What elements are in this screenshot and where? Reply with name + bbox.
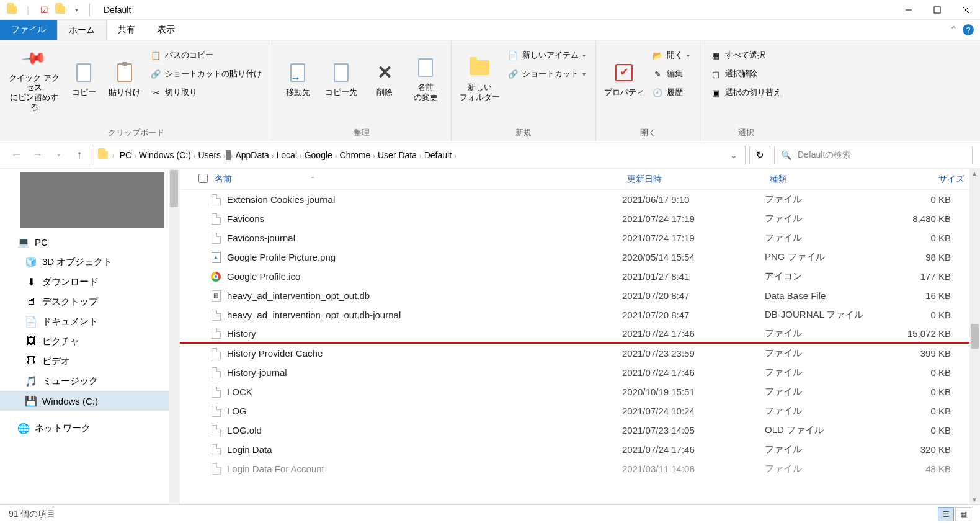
new-folder-qat-icon[interactable] xyxy=(53,3,67,17)
file-row[interactable]: Favicons2021/07/24 17:19ファイル8,480 KB xyxy=(180,209,969,228)
file-name: Login Data For Account xyxy=(227,463,622,474)
tab-file[interactable]: ファイル xyxy=(0,20,57,40)
refresh-button[interactable]: ↻ xyxy=(749,146,770,164)
file-row[interactable]: LOG2021/07/24 10:24ファイル0 KB xyxy=(180,401,969,421)
file-row[interactable]: History Provider Cache2021/07/23 23:59ファ… xyxy=(180,344,969,363)
new-folder-button[interactable]: 新しい フォルダー xyxy=(458,43,501,115)
breadcrumb-2[interactable]: Users xyxy=(195,150,223,160)
chevron-right-icon[interactable]: › xyxy=(112,151,115,159)
breadcrumb-4[interactable]: AppData xyxy=(233,150,271,160)
file-row[interactable]: History-journal2021/07/24 17:46ファイル0 KB xyxy=(180,363,969,382)
file-row[interactable]: Extension Cookies-journal2021/06/17 9:10… xyxy=(180,190,969,209)
move-to-button[interactable]: →移動先 xyxy=(278,43,317,115)
file-row[interactable]: LOCK2020/10/19 15:51ファイル0 KB xyxy=(180,382,969,401)
recent-dropdown[interactable]: ▾ xyxy=(50,146,67,164)
file-size: 399 KB xyxy=(883,348,969,359)
file-icon xyxy=(210,327,222,339)
column-type[interactable]: 種類 xyxy=(765,174,883,185)
search-input[interactable]: 🔍 Defaultの検索 xyxy=(774,146,973,164)
address-dropdown[interactable]: ⌄ xyxy=(726,150,741,160)
invert-selection-button[interactable]: ▣選択の切り替え xyxy=(706,84,785,101)
column-name[interactable]: 名前⌃ xyxy=(210,174,622,185)
breadcrumb-3[interactable] xyxy=(226,150,231,160)
breadcrumb-1[interactable]: Windows (C:) xyxy=(136,150,194,160)
sidebar-item-cube[interactable]: 🧊3D オブジェクト xyxy=(0,252,179,272)
properties-button[interactable]: ✔プロパティ xyxy=(602,43,646,115)
content-scrollbar[interactable] xyxy=(969,169,980,504)
paste-button[interactable]: 貼り付け xyxy=(105,43,144,115)
properties-qat-icon[interactable]: ☑ xyxy=(37,3,51,17)
file-row[interactable]: Login Data2021/07/24 17:46ファイル320 KB xyxy=(180,440,969,459)
path-icon: 📋 xyxy=(150,50,161,61)
breadcrumb-6[interactable]: Google xyxy=(302,150,335,160)
ribbon-collapse-icon[interactable]: ⌃ xyxy=(950,24,958,35)
tab-home[interactable]: ホーム xyxy=(57,20,107,40)
tab-view[interactable]: 表示 xyxy=(146,20,186,40)
sidebar-item-document[interactable]: 📄ドキュメント xyxy=(0,311,179,331)
forward-button[interactable]: → xyxy=(29,146,46,164)
copy-path-button[interactable]: 📋パスのコピー xyxy=(146,47,265,64)
file-row[interactable]: Login Data For Account2021/03/11 14:08ファ… xyxy=(180,459,969,478)
chevron-right-icon[interactable]: › xyxy=(454,152,457,159)
edit-button[interactable]: ✎編集 xyxy=(648,65,693,83)
open-button[interactable]: 📂開く ▾ xyxy=(648,47,693,64)
file-row[interactable]: Favicons-journal2021/07/24 17:19ファイル0 KB xyxy=(180,228,969,248)
sidebar-pc[interactable]: 💻PC xyxy=(0,232,179,252)
tab-share[interactable]: 共有 xyxy=(107,20,146,40)
qat-dropdown-icon[interactable]: ▾ xyxy=(69,3,83,17)
sidebar-network[interactable]: 🌐ネットワーク xyxy=(0,418,179,438)
address-bar[interactable]: › PC›Windows (C:)›Users››AppData›Local›G… xyxy=(92,146,746,164)
file-row[interactable]: ▲Google Profile Picture.png2020/05/14 15… xyxy=(180,248,969,267)
minimize-button[interactable] xyxy=(894,0,923,20)
paste-shortcut-button[interactable]: 🔗ショートカットの貼り付け xyxy=(146,65,265,83)
sidebar-item-download[interactable]: ⬇ダウンロード xyxy=(0,272,179,292)
sidebar-item-picture[interactable]: 🖼ピクチャ xyxy=(0,331,179,351)
sidebar-scrollbar[interactable] xyxy=(169,169,179,504)
back-button[interactable]: ← xyxy=(7,146,25,164)
breadcrumb-9[interactable]: Default xyxy=(422,150,454,160)
breadcrumb-8[interactable]: User Data xyxy=(375,150,419,160)
sidebar-item-video[interactable]: 🎞ビデオ xyxy=(0,351,179,371)
chevron-right-icon[interactable]: › xyxy=(335,152,337,159)
column-date[interactable]: 更新日時 xyxy=(622,174,765,185)
file-row[interactable]: ⊞heavy_ad_intervention_opt_out.db2021/07… xyxy=(180,286,969,305)
copy-button[interactable]: コピー xyxy=(65,43,103,115)
file-row[interactable]: Google Profile.ico2021/01/27 8:41アイコン177… xyxy=(180,267,969,286)
sidebar-item-drive[interactable]: 💾Windows (C:) xyxy=(0,391,179,411)
shortcut-button[interactable]: 🔗ショートカット ▾ xyxy=(504,65,589,83)
select-all-checkbox[interactable] xyxy=(198,174,208,183)
file-date: 2021/03/11 14:08 xyxy=(622,463,765,474)
view-icons-button[interactable]: ▦ xyxy=(955,507,971,521)
breadcrumb-5[interactable]: Local xyxy=(274,150,300,160)
delete-button[interactable]: ✕削除 xyxy=(365,43,404,115)
history-button[interactable]: 🕘履歴 xyxy=(648,84,693,101)
file-row[interactable]: heavy_ad_intervention_opt_out.db-journal… xyxy=(180,305,969,324)
file-name: LOCK xyxy=(227,387,622,397)
chevron-right-icon[interactable]: › xyxy=(272,152,274,159)
file-date: 2021/07/23 14:05 xyxy=(622,425,765,436)
maximize-button[interactable] xyxy=(923,0,951,20)
help-icon[interactable]: ? xyxy=(963,24,974,35)
file-date: 2021/07/24 17:46 xyxy=(622,328,765,339)
file-icon xyxy=(210,405,222,418)
file-row[interactable]: LOG.old2021/07/23 14:05OLD ファイル0 KB xyxy=(180,421,969,440)
file-size: 0 KB xyxy=(883,406,969,416)
file-row[interactable]: History2021/07/24 17:46ファイル15,072 KB xyxy=(180,324,969,344)
breadcrumb-0[interactable]: PC xyxy=(117,150,134,160)
column-size[interactable]: サイズ xyxy=(883,174,969,185)
view-details-button[interactable]: ☰ xyxy=(938,507,954,521)
sidebar-item-desktop[interactable]: 🖥デスクトップ xyxy=(0,292,179,311)
pin-quick-access-button[interactable]: 📌 クイック アクセス にピン留めする xyxy=(6,43,62,115)
cut-button[interactable]: ✂切り取り xyxy=(146,84,265,101)
file-name: heavy_ad_intervention_opt_out.db-journal xyxy=(227,310,622,320)
breadcrumb-7[interactable]: Chrome xyxy=(337,150,373,160)
new-item-button[interactable]: 📄新しいアイテム ▾ xyxy=(504,47,589,64)
copy-to-button[interactable]: コピー先 xyxy=(319,43,363,115)
close-button[interactable] xyxy=(951,0,980,20)
up-button[interactable]: ↑ xyxy=(71,146,88,164)
file-size: 0 KB xyxy=(883,425,969,436)
deselect-button[interactable]: ▢選択解除 xyxy=(706,65,785,83)
rename-button[interactable]: 名前 の変更 xyxy=(406,43,445,115)
sidebar-item-music[interactable]: 🎵ミュージック xyxy=(0,371,179,391)
select-all-button[interactable]: ▦すべて選択 xyxy=(706,47,785,64)
